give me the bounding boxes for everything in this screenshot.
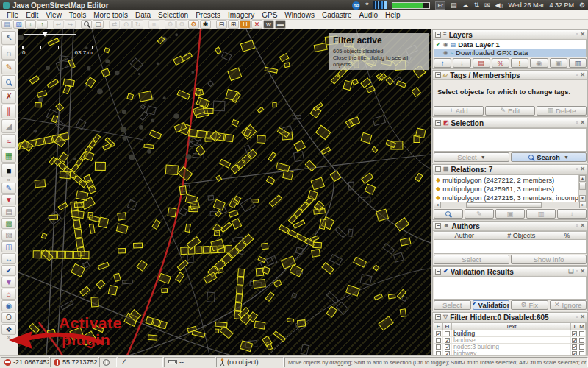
checkbox[interactable]: ✓: [572, 344, 577, 350]
delete-tag-button[interactable]: ▥ Delete: [537, 106, 587, 116]
relation-item[interactable]: ◆ multipolygon (2425961, 3 members): [434, 184, 578, 193]
scrollbar-thumb[interactable]: [579, 183, 586, 190]
wms-button[interactable]: w: [263, 20, 274, 29]
layer-activate-button[interactable]: !: [511, 58, 528, 68]
world-tool[interactable]: ◉: [1, 300, 16, 311]
mirror-tool[interactable]: ↔: [1, 253, 16, 264]
menu-audio[interactable]: Audio: [355, 11, 381, 19]
dock-icon[interactable]: ▫: [576, 223, 578, 229]
utils-tool[interactable]: ▤: [1, 206, 16, 217]
validate-tool[interactable]: ✔: [1, 265, 16, 276]
layers-list[interactable]: ✔ ◉ ▤ Data Layer 1 ✔ ◉ ≈ Downloaded GPX …: [434, 40, 587, 57]
fix-button[interactable]: ⚙ Fix: [511, 300, 548, 310]
relation-select-button[interactable]: ↓: [557, 209, 587, 219]
authors-table[interactable]: [434, 239, 587, 254]
printer-icon[interactable]: ▤: [451, 1, 457, 9]
vertical-scrollbar[interactable]: ▲ ▼: [578, 175, 586, 202]
horizontal-scrollbar[interactable]: ◄ ►: [434, 202, 587, 208]
system-monitor-icon[interactable]: [373, 1, 387, 9]
save-tool[interactable]: ◫: [1, 241, 16, 252]
dock-icon[interactable]: ▫: [576, 269, 578, 275]
history-button[interactable]: ⇄: [109, 20, 120, 29]
draw-node-tool[interactable]: ✎: [1, 60, 16, 74]
zoom-selection-button[interactable]: [81, 20, 92, 29]
open-button[interactable]: ▧: [13, 20, 24, 29]
collapse-icon[interactable]: −: [435, 223, 441, 229]
relation-item[interactable]: ◆ multipolygon (2427212, 2 members): [434, 175, 578, 184]
volume-icon[interactable]: ◀)): [495, 1, 503, 9]
tool2-button[interactable]: ⚙: [176, 20, 187, 29]
add-tag-button[interactable]: + Add: [434, 106, 484, 116]
menu-cadastre[interactable]: Cadastre: [318, 11, 356, 19]
download-button[interactable]: ↓: [25, 20, 36, 29]
keyboard-layout-indicator[interactable]: Fr: [435, 1, 445, 10]
checkbox[interactable]: [445, 331, 450, 336]
wrench-orange-button[interactable]: ⚙: [188, 20, 199, 29]
align-imagery-tool[interactable]: ▦: [1, 149, 16, 163]
menu-imagery[interactable]: Imagery: [224, 11, 258, 19]
extrude-tool[interactable]: ◢: [1, 119, 16, 133]
relation-new-button[interactable]: [434, 209, 463, 219]
menu-data[interactable]: Data: [132, 11, 154, 19]
dock-icon[interactable]: ▫: [576, 166, 578, 172]
relation-item[interactable]: ◆ multipolygon (2427215, 3 members, inco…: [434, 193, 578, 202]
dock-icon[interactable]: ▫: [576, 72, 578, 78]
filter-expression[interactable]: highway: [452, 350, 571, 355]
collapse-icon[interactable]: −: [435, 269, 441, 275]
dock-icon[interactable]: ▫: [576, 314, 578, 320]
photo-tool[interactable]: ▨: [1, 230, 16, 241]
close-icon[interactable]: ✕: [580, 269, 585, 275]
checkbox[interactable]: ✓: [445, 344, 450, 350]
collapse-icon[interactable]: −: [435, 120, 441, 126]
osb-tool[interactable]: O: [1, 312, 16, 323]
collapse-icon[interactable]: −: [435, 314, 441, 320]
close-icon[interactable]: ✕: [580, 32, 585, 38]
relations-list[interactable]: ◆ multipolygon (2427212, 2 members) ◆ mu…: [434, 175, 578, 202]
close-tool-button[interactable]: ✕: [251, 20, 262, 29]
merge-tool[interactable]: ▼: [1, 277, 16, 288]
refresh-button[interactable]: ↻: [132, 20, 143, 29]
checkbox[interactable]: ✓: [572, 331, 577, 336]
authors-table-header[interactable]: Author # Objects %: [434, 231, 587, 239]
close-icon[interactable]: ✕: [580, 314, 585, 320]
cadastre-settings-button[interactable]: ⊞: [228, 20, 239, 29]
close-icon[interactable]: ✕: [580, 72, 585, 78]
select-button[interactable]: Select ▼: [434, 152, 509, 162]
zoom-tool[interactable]: [1, 75, 16, 89]
show-info-button[interactable]: Show info: [511, 255, 587, 264]
upload-button[interactable]: ↑: [37, 20, 48, 29]
imagery-tool[interactable]: ▩: [1, 218, 16, 229]
tool1-button[interactable]: ⚙: [165, 20, 176, 29]
undo-button[interactable]: ↩: [53, 20, 64, 29]
layer-opacity-button[interactable]: %: [492, 58, 509, 68]
close-icon[interactable]: ✕: [580, 223, 585, 229]
checkbox[interactable]: ✓: [436, 331, 441, 336]
menu-help[interactable]: Help: [381, 11, 404, 19]
download-bbox-button[interactable]: ▢: [93, 20, 104, 29]
filter-column-e[interactable]: E: [434, 323, 443, 330]
validation-select-button[interactable]: Select: [434, 300, 471, 310]
close-icon[interactable]: ✕: [580, 120, 585, 126]
filter-column-h[interactable]: H: [443, 323, 452, 330]
visibility-eye-icon[interactable]: ◉: [443, 50, 448, 56]
info-button[interactable]: ⊙: [121, 20, 132, 29]
select-tool[interactable]: ↖: [1, 31, 16, 45]
collapse-icon[interactable]: −: [435, 166, 441, 172]
toolbar-overflow-icon[interactable]: »: [7, 336, 10, 340]
menu-selection[interactable]: Selection: [154, 11, 192, 19]
filter-table[interactable]: ✓building✓✓landuse✓✓nodes:3 building✓✓hi…: [434, 330, 587, 355]
relation-delete-button[interactable]: ▥: [526, 209, 556, 219]
weather-icon[interactable]: ☁: [462, 1, 469, 9]
filter-column-text[interactable]: Text: [452, 323, 571, 330]
menu-windows[interactable]: Windows: [281, 11, 318, 19]
redo-button[interactable]: ↪: [65, 20, 76, 29]
checkbox[interactable]: [579, 331, 584, 336]
menu-edit[interactable]: Edit: [22, 11, 42, 19]
popup-icon[interactable]: ❏: [568, 269, 573, 275]
relation-duplicate-button[interactable]: ▣: [495, 209, 525, 219]
zoom-slider-knob[interactable]: [42, 32, 48, 37]
layer-delete-button[interactable]: ▥: [569, 58, 587, 68]
checkbox[interactable]: [579, 338, 584, 343]
dock-icon[interactable]: ▫: [576, 32, 578, 38]
filter-row[interactable]: ✓highway✓: [434, 350, 586, 355]
